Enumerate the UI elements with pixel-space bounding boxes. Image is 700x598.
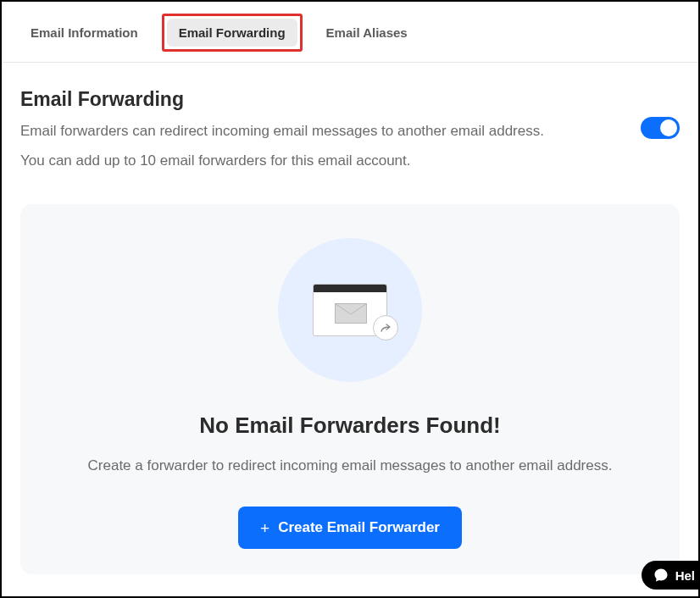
empty-state-title: No Email Forwarders Found! (37, 413, 663, 439)
toggle-knob (660, 119, 677, 136)
tab-email-information[interactable]: Email Information (19, 19, 150, 47)
help-widget[interactable]: Hel (642, 561, 698, 590)
envelope-icon (335, 303, 367, 324)
create-button-label: Create Email Forwarder (278, 519, 440, 536)
forwarding-toggle[interactable] (641, 117, 680, 139)
chat-icon (653, 568, 669, 583)
empty-state-description: Create a forwarder to redirect incoming … (37, 457, 663, 474)
empty-illustration (278, 238, 422, 382)
empty-state-card: No Email Forwarders Found! Create a forw… (20, 204, 680, 574)
heading-row: Email Forwarding Email forwarders can re… (20, 88, 680, 172)
window-icon (313, 284, 387, 336)
help-label: Hel (675, 568, 695, 583)
page-description-2: You can add up to 10 email forwarders fo… (20, 149, 624, 172)
heading-text: Email Forwarding Email forwarders can re… (20, 88, 624, 172)
tab-email-aliases[interactable]: Email Aliases (314, 19, 419, 47)
plus-icon: + (260, 520, 269, 536)
page-title: Email Forwarding (20, 88, 624, 111)
window-bar (314, 285, 386, 292)
tab-highlight: Email Forwarding (162, 14, 303, 52)
content-area: Email Forwarding Email forwarders can re… (2, 63, 698, 574)
forward-icon (373, 315, 398, 341)
tab-email-forwarding[interactable]: Email Forwarding (167, 19, 297, 47)
page-description-1: Email forwarders can redirect incoming e… (20, 119, 624, 142)
create-forwarder-button[interactable]: + Create Email Forwarder (238, 507, 462, 549)
tab-bar: Email Information Email Forwarding Email… (2, 2, 698, 63)
